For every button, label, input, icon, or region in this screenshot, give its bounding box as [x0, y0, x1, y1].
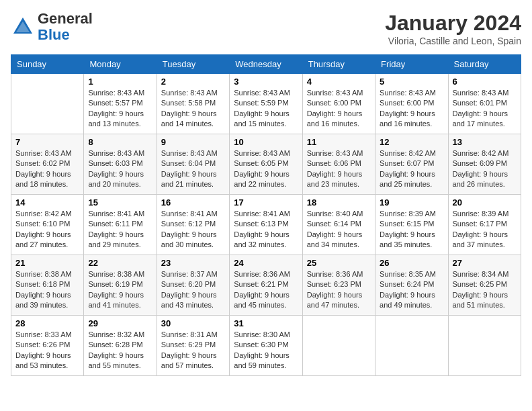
table-row: 15Sunrise: 8:41 AMSunset: 6:11 PMDayligh…: [84, 195, 157, 255]
table-row: 3Sunrise: 8:43 AMSunset: 5:59 PMDaylight…: [230, 74, 302, 134]
table-row: 31Sunrise: 8:30 AMSunset: 6:30 PMDayligh…: [230, 316, 302, 376]
table-row: 6Sunrise: 8:43 AMSunset: 6:01 PMDaylight…: [448, 74, 521, 134]
day-number: 3: [234, 77, 298, 87]
cell-info: Sunrise: 8:38 AMSunset: 6:19 PMDaylight:…: [88, 269, 152, 311]
logo-blue-text: Blue: [38, 26, 70, 43]
cell-info: Sunrise: 8:43 AMSunset: 5:59 PMDaylight:…: [234, 88, 298, 130]
table-row: [448, 316, 521, 376]
table-row: 30Sunrise: 8:31 AMSunset: 6:29 PMDayligh…: [157, 316, 229, 376]
cell-info: Sunrise: 8:43 AMSunset: 6:01 PMDaylight:…: [453, 88, 517, 130]
table-row: [302, 316, 375, 376]
table-row: 28Sunrise: 8:33 AMSunset: 6:26 PMDayligh…: [11, 316, 84, 376]
day-number: 27: [453, 258, 517, 268]
page-header: General Blue January 2024 Viloria, Casti…: [11, 11, 521, 46]
col-monday: Monday: [84, 55, 157, 74]
day-number: 7: [15, 137, 79, 147]
day-number: 16: [161, 197, 225, 208]
cell-info: Sunrise: 8:37 AMSunset: 6:20 PMDaylight:…: [161, 269, 225, 311]
col-thursday: Thursday: [302, 55, 375, 74]
day-number: 8: [88, 137, 152, 147]
day-number: 18: [307, 197, 371, 208]
table-row: 13Sunrise: 8:42 AMSunset: 6:09 PMDayligh…: [448, 134, 521, 195]
day-number: 12: [380, 137, 443, 147]
calendar-week-row: 14Sunrise: 8:42 AMSunset: 6:10 PMDayligh…: [11, 195, 521, 255]
col-wednesday: Wednesday: [230, 55, 302, 74]
calendar-week-row: 28Sunrise: 8:33 AMSunset: 6:26 PMDayligh…: [11, 316, 521, 376]
col-friday: Friday: [375, 55, 448, 74]
table-row: 11Sunrise: 8:43 AMSunset: 6:06 PMDayligh…: [302, 134, 375, 195]
table-row: [375, 316, 448, 376]
calendar-week-row: 7Sunrise: 8:43 AMSunset: 6:02 PMDaylight…: [11, 134, 521, 195]
table-row: 1Sunrise: 8:43 AMSunset: 5:57 PMDaylight…: [84, 74, 157, 134]
cell-info: Sunrise: 8:43 AMSunset: 6:02 PMDaylight:…: [15, 148, 79, 190]
cell-info: Sunrise: 8:42 AMSunset: 6:07 PMDaylight:…: [380, 148, 443, 190]
col-sunday: Sunday: [11, 55, 84, 74]
logo: General Blue: [11, 11, 93, 43]
cell-info: Sunrise: 8:43 AMSunset: 6:04 PMDaylight:…: [161, 148, 225, 190]
table-row: 9Sunrise: 8:43 AMSunset: 6:04 PMDaylight…: [157, 134, 229, 195]
table-row: 23Sunrise: 8:37 AMSunset: 6:20 PMDayligh…: [157, 255, 229, 316]
location-subtitle: Viloria, Castille and Leon, Spain: [385, 36, 521, 46]
day-number: 29: [88, 318, 152, 328]
cell-info: Sunrise: 8:43 AMSunset: 6:06 PMDaylight:…: [307, 148, 371, 190]
table-row: 4Sunrise: 8:43 AMSunset: 6:00 PMDaylight…: [302, 74, 375, 134]
cell-info: Sunrise: 8:36 AMSunset: 6:23 PMDaylight:…: [307, 269, 371, 311]
day-number: 14: [15, 197, 79, 208]
calendar-week-row: 1Sunrise: 8:43 AMSunset: 5:57 PMDaylight…: [11, 74, 521, 134]
cell-info: Sunrise: 8:35 AMSunset: 6:24 PMDaylight:…: [380, 269, 443, 311]
day-number: 19: [380, 197, 443, 208]
cell-info: Sunrise: 8:40 AMSunset: 6:14 PMDaylight:…: [307, 209, 371, 250]
calendar-header-row: Sunday Monday Tuesday Wednesday Thursday…: [11, 55, 521, 74]
day-number: 5: [380, 77, 443, 87]
cell-info: Sunrise: 8:31 AMSunset: 6:29 PMDaylight:…: [161, 330, 225, 371]
cell-info: Sunrise: 8:42 AMSunset: 6:09 PMDaylight:…: [453, 148, 517, 190]
table-row: 20Sunrise: 8:39 AMSunset: 6:17 PMDayligh…: [448, 195, 521, 255]
cell-info: Sunrise: 8:39 AMSunset: 6:17 PMDaylight:…: [453, 209, 517, 250]
cell-info: Sunrise: 8:39 AMSunset: 6:15 PMDaylight:…: [380, 209, 443, 250]
day-number: 28: [15, 318, 79, 328]
day-number: 10: [234, 137, 298, 147]
day-number: 2: [161, 77, 225, 87]
cell-info: Sunrise: 8:43 AMSunset: 6:03 PMDaylight:…: [88, 148, 152, 190]
cell-info: Sunrise: 8:43 AMSunset: 6:05 PMDaylight:…: [234, 148, 298, 190]
table-row: 21Sunrise: 8:38 AMSunset: 6:18 PMDayligh…: [11, 255, 84, 316]
cell-info: Sunrise: 8:43 AMSunset: 5:57 PMDaylight:…: [88, 88, 152, 130]
day-number: 25: [307, 258, 371, 268]
table-row: 17Sunrise: 8:41 AMSunset: 6:13 PMDayligh…: [230, 195, 302, 255]
table-row: 14Sunrise: 8:42 AMSunset: 6:10 PMDayligh…: [11, 195, 84, 255]
calendar-week-row: 21Sunrise: 8:38 AMSunset: 6:18 PMDayligh…: [11, 255, 521, 316]
table-row: 10Sunrise: 8:43 AMSunset: 6:05 PMDayligh…: [230, 134, 302, 195]
table-row: 2Sunrise: 8:43 AMSunset: 5:58 PMDaylight…: [157, 74, 229, 134]
day-number: 6: [453, 77, 517, 87]
table-row: 8Sunrise: 8:43 AMSunset: 6:03 PMDaylight…: [84, 134, 157, 195]
cell-info: Sunrise: 8:32 AMSunset: 6:28 PMDaylight:…: [88, 330, 152, 371]
day-number: 13: [453, 137, 517, 147]
cell-info: Sunrise: 8:43 AMSunset: 6:00 PMDaylight:…: [380, 88, 443, 130]
day-number: 20: [453, 197, 517, 208]
table-row: 12Sunrise: 8:42 AMSunset: 6:07 PMDayligh…: [375, 134, 448, 195]
cell-info: Sunrise: 8:42 AMSunset: 6:10 PMDaylight:…: [15, 209, 79, 250]
cell-info: Sunrise: 8:36 AMSunset: 6:21 PMDaylight:…: [234, 269, 298, 311]
day-number: 24: [234, 258, 298, 268]
cell-info: Sunrise: 8:41 AMSunset: 6:12 PMDaylight:…: [161, 209, 225, 250]
table-row: 5Sunrise: 8:43 AMSunset: 6:00 PMDaylight…: [375, 74, 448, 134]
logo-general-text: General: [38, 10, 93, 27]
title-block: January 2024 Viloria, Castille and Leon,…: [385, 11, 521, 46]
cell-info: Sunrise: 8:34 AMSunset: 6:25 PMDaylight:…: [453, 269, 517, 311]
day-number: 4: [307, 77, 371, 87]
day-number: 15: [88, 197, 152, 208]
cell-info: Sunrise: 8:43 AMSunset: 6:00 PMDaylight:…: [307, 88, 371, 130]
day-number: 9: [161, 137, 225, 147]
table-row: 19Sunrise: 8:39 AMSunset: 6:15 PMDayligh…: [375, 195, 448, 255]
col-saturday: Saturday: [448, 55, 521, 74]
day-number: 23: [161, 258, 225, 268]
table-row: 7Sunrise: 8:43 AMSunset: 6:02 PMDaylight…: [11, 134, 84, 195]
table-row: [11, 74, 84, 134]
table-row: 26Sunrise: 8:35 AMSunset: 6:24 PMDayligh…: [375, 255, 448, 316]
table-row: 18Sunrise: 8:40 AMSunset: 6:14 PMDayligh…: [302, 195, 375, 255]
day-number: 30: [161, 318, 225, 328]
table-row: 25Sunrise: 8:36 AMSunset: 6:23 PMDayligh…: [302, 255, 375, 316]
cell-info: Sunrise: 8:33 AMSunset: 6:26 PMDaylight:…: [15, 330, 79, 371]
calendar-table: Sunday Monday Tuesday Wednesday Thursday…: [11, 54, 521, 376]
cell-info: Sunrise: 8:30 AMSunset: 6:30 PMDaylight:…: [234, 330, 298, 371]
